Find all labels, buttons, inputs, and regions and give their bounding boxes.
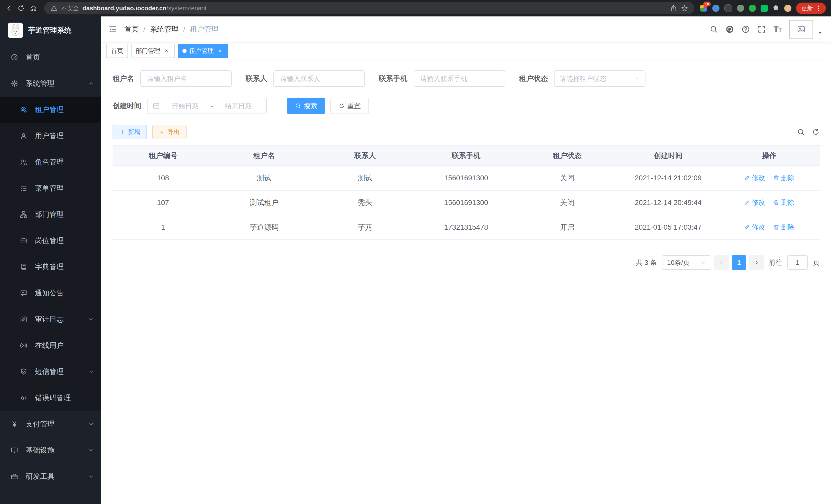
extension-icon[interactable] (737, 5, 744, 12)
address-bar[interactable]: 不安全 dashboard.yudao.iocoder.cn/system/te… (44, 2, 694, 14)
breadcrumb-home[interactable]: 首页 (124, 24, 139, 34)
chevron-left-icon (719, 260, 724, 265)
goto-page-input[interactable] (787, 255, 808, 270)
search-button[interactable]: 搜索 (287, 98, 325, 114)
sidebar-item-error-code[interactable]: 错误码管理 (0, 385, 101, 411)
sidebar-item-notice[interactable]: 通知公告 (0, 280, 101, 306)
tab-close-icon[interactable]: × (163, 47, 170, 55)
security-label[interactable]: 不安全 (61, 4, 79, 12)
extension-icon[interactable] (712, 5, 719, 12)
filter-label: 租户状态 (519, 74, 554, 84)
trash-icon (773, 175, 779, 181)
tenant-table: 租户编号租户名联系人联系手机租户状态创建时间操作 108测试测试15601691… (113, 145, 820, 240)
share-icon[interactable] (670, 5, 677, 12)
sidebar-item-infra[interactable]: 基础设施 (0, 437, 101, 464)
delete-link[interactable]: 删除 (773, 173, 794, 182)
add-button[interactable]: 新增 (113, 125, 147, 139)
avatar[interactable] (790, 20, 813, 38)
header-search-icon[interactable] (710, 25, 718, 33)
browser-home-icon[interactable] (30, 5, 37, 12)
end-date-placeholder[interactable]: 结束日期 (215, 101, 262, 111)
tenant-status-select[interactable]: 请选择租户状态 (554, 70, 646, 87)
extension-icon[interactable] (761, 5, 768, 12)
dashboard-icon (11, 54, 19, 61)
tab-dept[interactable]: 部门管理× (131, 44, 175, 58)
monitor-icon (11, 447, 19, 454)
sidebar-item-role[interactable]: 角色管理 (0, 149, 101, 175)
contact-mobile-input[interactable] (419, 74, 499, 83)
edit-link[interactable]: 修改 (744, 198, 765, 207)
page-number-button[interactable]: 1 (732, 255, 746, 270)
tenant-name-input[interactable] (146, 74, 226, 83)
update-button[interactable]: 更新 (796, 3, 826, 14)
sidebar-item-post[interactable]: 岗位管理 (0, 228, 101, 254)
contact-name-input[interactable] (279, 74, 359, 83)
app-logo[interactable]: 芋道管理系统 (0, 17, 101, 44)
chevron-down-icon (88, 447, 94, 453)
sidebar-item-dict[interactable]: 字典管理 (0, 254, 101, 280)
browser-menu-icon[interactable] (815, 5, 822, 12)
date-range-picker[interactable]: 开始日期 - 结束日期 (147, 98, 267, 114)
refresh-table-icon[interactable] (812, 128, 820, 136)
reset-button[interactable]: 重置 (331, 98, 369, 114)
sidebar-item-system[interactable]: 系统管理 (0, 70, 101, 97)
delete-link[interactable]: 删除 (773, 198, 794, 207)
breadcrumb: 首页/系统管理/租户管理 (124, 24, 219, 34)
trash-icon (773, 199, 779, 206)
sidebar-item-pay[interactable]: 支付管理 (0, 411, 101, 437)
sidebar-item-sms[interactable]: 短信管理 (0, 359, 101, 385)
update-label: 更新 (801, 4, 813, 12)
breadcrumb-system[interactable]: 系统管理 (150, 24, 179, 34)
money-icon (11, 420, 19, 428)
cell-name: 测试 (213, 166, 315, 190)
bookmark-star-icon[interactable] (681, 5, 688, 12)
tab-home[interactable]: 首页 (106, 44, 128, 58)
sidebar-item-dev-tool[interactable]: 研发工具 (0, 464, 101, 490)
filter-create-time: 创建时间 开始日期 - 结束日期 (113, 98, 267, 114)
edit-link[interactable]: 修改 (744, 223, 765, 232)
prev-page-button[interactable] (714, 255, 729, 270)
next-page-button[interactable] (749, 255, 764, 270)
sidebar-item-tenant[interactable]: 租户管理 (0, 97, 101, 123)
delete-link[interactable]: 删除 (773, 223, 794, 232)
browser-back-icon[interactable] (5, 5, 12, 12)
cell-mobile: 15601691300 (416, 166, 516, 190)
sidebar-item-user[interactable]: 用户管理 (0, 123, 101, 149)
message-icon (20, 290, 28, 297)
browser-reload-icon[interactable] (18, 5, 25, 12)
extension-grid-icon[interactable]: 10 (699, 4, 708, 12)
chevron-down-icon (88, 474, 94, 479)
font-size-icon[interactable]: TT (773, 25, 782, 33)
user-menu-caret-icon[interactable] (818, 30, 823, 35)
extension-icon[interactable] (724, 4, 732, 12)
cell-id: 108 (113, 166, 213, 190)
sidebar-toggle-icon[interactable] (109, 25, 117, 34)
sidebar-item-home[interactable]: 首页 (0, 44, 101, 70)
screen: 不安全 dashboard.yudao.iocoder.cn/system/te… (0, 0, 831, 504)
tab-tenant[interactable]: 租户管理× (178, 44, 228, 58)
edit-pen-icon (744, 175, 750, 181)
sidebar-item-audit-log[interactable]: 审计日志 (0, 306, 101, 332)
extensions-puzzle-icon[interactable] (772, 5, 780, 12)
breadcrumb-tenant: 租户管理 (190, 24, 219, 34)
sidebar-item-dept[interactable]: 部门管理 (0, 201, 101, 228)
extension-icon[interactable] (749, 5, 756, 12)
sidebar-item-menu[interactable]: 菜单管理 (0, 175, 101, 201)
toggle-search-icon[interactable] (797, 128, 805, 136)
breadcrumb-separator: / (183, 25, 185, 33)
sidebar-item-online-user[interactable]: 在线用户 (0, 332, 101, 359)
fullscreen-icon[interactable] (757, 25, 766, 33)
help-icon[interactable] (742, 25, 750, 33)
start-date-placeholder[interactable]: 开始日期 (162, 101, 209, 111)
tab-close-icon[interactable]: × (217, 47, 224, 55)
cell-created: 2021-12-14 20:49:44 (618, 190, 719, 215)
edit-link[interactable]: 修改 (744, 173, 765, 182)
export-button[interactable]: 导出 (152, 125, 187, 139)
chevron-down-icon (88, 421, 94, 427)
github-icon[interactable] (726, 25, 734, 33)
shield-icon (20, 368, 28, 375)
profile-avatar-icon[interactable] (784, 5, 792, 12)
filter-form-row-1: 租户名联系人联系手机租户状态请选择租户状态 (113, 70, 820, 87)
page-size-select[interactable]: 10条/页 (662, 255, 711, 270)
total-count: 共 3 条 (636, 258, 657, 267)
